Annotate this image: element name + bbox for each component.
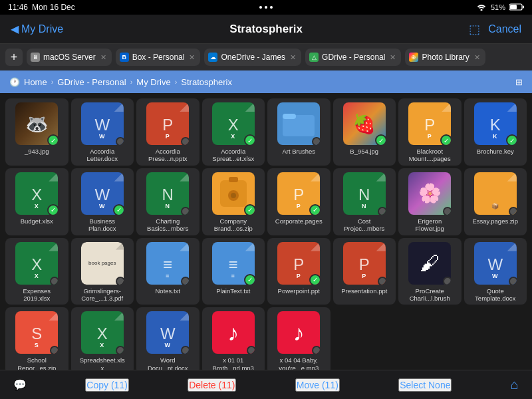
file-name: Expenses 2019.xlsx — [13, 287, 61, 303]
file-item[interactable]: N N Cost Projec...mbers — [333, 168, 396, 235]
tab-box[interactable]: B Box - Personal ✕ — [116, 49, 201, 66]
file-name: _943.jpg — [25, 148, 49, 155]
file-name: Powerpoint.ppt — [278, 287, 320, 295]
file-item[interactable]: W W Quote Template.docx — [464, 238, 527, 305]
dot-badge — [181, 277, 189, 285]
file-thumb — [277, 102, 320, 145]
select-none-button[interactable]: Select None — [398, 378, 452, 392]
dot-badge — [116, 346, 124, 354]
status-dots — [259, 6, 273, 9]
file-item[interactable]: 🌸Erigeron Flower.jpg — [398, 168, 462, 235]
grid-view-icon[interactable]: ⊞ — [515, 77, 523, 87]
file-item[interactable]: ≡ ≡ ✓PlainText.txt — [202, 238, 265, 305]
breadcrumb-stratospherix[interactable]: Stratospherix — [181, 77, 232, 87]
file-item[interactable]: Art Brushes — [267, 98, 331, 166]
header-actions: ⬚ Cancel — [469, 22, 521, 37]
dot-badge — [312, 346, 320, 354]
page-title: Stratospherix — [229, 23, 303, 36]
file-item[interactable]: P P Presentation.ppt — [333, 238, 396, 305]
file-name: Quote Template.docx — [471, 287, 519, 303]
file-thumb: ≡ ≡ — [146, 242, 189, 285]
check-badge: ✓ — [244, 204, 255, 215]
breadcrumb-mydrive[interactable]: My Drive — [136, 77, 170, 87]
box-tab-icon: B — [120, 53, 129, 62]
copy-button[interactable]: Copy (11) — [85, 378, 128, 392]
file-item[interactable]: S S School Repor...es.zip — [5, 307, 68, 370]
home-icon[interactable]: ⌂ — [511, 377, 519, 392]
file-thumb: book pages — [81, 242, 124, 285]
tab-onedrive[interactable]: ☁ OneDrive - James ✕ — [204, 49, 301, 66]
file-item[interactable]: W W ✓Business Plan.docx — [71, 168, 134, 235]
svg-rect-4 — [283, 114, 296, 119]
delete-button[interactable]: Delete (11) — [188, 378, 236, 392]
file-thumb: X X — [81, 311, 124, 354]
file-item[interactable]: K K ✓Brochure.key — [464, 98, 527, 166]
file-item[interactable]: X X Expenses 2019.xlsx — [5, 238, 68, 305]
file-item[interactable]: N N Charting Basics...mbers — [136, 168, 200, 235]
file-name: Business Plan.docx — [78, 217, 126, 233]
breadcrumb-gdrive[interactable]: GDrive - Personal — [57, 77, 126, 87]
tab-photo-close[interactable]: ✕ — [474, 53, 480, 62]
file-item[interactable]: 🍓✓B_954.jpg — [333, 98, 396, 166]
tab-box-close[interactable]: ✕ — [189, 53, 195, 62]
file-thumb: P P ✓ — [277, 242, 320, 285]
file-item[interactable]: 🦝✓_943.jpg — [5, 98, 68, 166]
tab-photo[interactable]: ⊕ Photo Library ✕ — [405, 49, 485, 66]
back-label: My Drive — [21, 23, 63, 35]
file-name: Word Docu...nt.docx — [144, 356, 192, 370]
tab-onedrive-close[interactable]: ✕ — [290, 53, 296, 62]
chat-icon[interactable]: 💬 — [13, 378, 27, 391]
file-item[interactable]: book pages Grimslingers-Core_...1.3.pdf — [71, 238, 134, 305]
file-name: ProCreate Charli...l.brush — [406, 287, 454, 303]
square-icon[interactable]: ⬚ — [469, 22, 480, 37]
file-name: Presentation.ppt — [341, 287, 387, 295]
move-button[interactable]: Move (11) — [295, 378, 340, 392]
tab-macos[interactable]: 🖥 macOS Server ✕ — [27, 49, 112, 66]
file-item[interactable]: W W Accordia Letter.docx — [71, 98, 134, 166]
file-item[interactable]: 📦 Essay.pages.zip — [464, 168, 527, 235]
file-name: Brochure.key — [477, 148, 514, 155]
file-name: Notes.txt — [156, 287, 181, 295]
file-name: PlainText.txt — [216, 287, 250, 295]
bottom-toolbar: 💬 Copy (11) Delete (11) Move (11) Select… — [0, 370, 532, 399]
file-item[interactable]: X X ✓Accordia Spreat...et.xlsx — [202, 98, 265, 166]
dot-badge — [312, 137, 320, 145]
check-badge: ✓ — [440, 134, 451, 145]
file-thumb: X X — [15, 242, 58, 285]
file-thumb: 🌸 — [408, 172, 451, 215]
file-item[interactable]: 🖌ProCreate Charli...l.brush — [398, 238, 462, 305]
file-item[interactable]: ✓Company Brand...os.zip — [202, 168, 265, 235]
breadcrumb-home[interactable]: Home — [24, 77, 47, 87]
file-item[interactable]: P P ✓Powerpoint.ppt — [267, 238, 331, 305]
photo-tab-icon: ⊕ — [409, 53, 418, 62]
tab-gdrive-label: GDrive - Personal — [322, 53, 385, 62]
file-thumb: ♪ — [212, 311, 255, 354]
file-item[interactable]: ♪x 01 01 Broth...nd.mp3 — [202, 307, 265, 370]
file-name: Grimslingers-Core_...1.3.pdf — [78, 287, 126, 303]
back-button[interactable]: ◀ My Drive — [11, 23, 63, 35]
tab-gdrive[interactable]: △ GDrive - Personal ✕ — [305, 49, 401, 66]
dot-badge — [443, 277, 451, 285]
file-item[interactable]: X X ✓Budget.xlsx — [5, 168, 68, 235]
file-name: x 04 04 Baby, you're...e.mp3 — [275, 356, 323, 370]
file-item[interactable]: W W Word Docu...nt.docx — [136, 307, 200, 370]
battery-icon — [509, 3, 524, 12]
dot-badge — [116, 137, 124, 145]
file-name: Budget.xlsx — [21, 217, 53, 225]
tab-gdrive-close[interactable]: ✕ — [390, 53, 396, 62]
svg-rect-1 — [523, 5, 524, 8]
file-item[interactable]: ≡ ≡ Notes.txt — [136, 238, 200, 305]
onedrive-tab-icon: ☁ — [208, 53, 217, 62]
add-tab-button[interactable]: + — [5, 49, 23, 66]
file-item[interactable]: ♪x 04 04 Baby, you're...e.mp3 — [267, 307, 331, 370]
file-item[interactable]: P P ✓Blackroot Mount....pages — [398, 98, 462, 166]
cancel-button[interactable]: Cancel — [488, 23, 521, 35]
tab-macos-close[interactable]: ✕ — [100, 53, 106, 62]
file-thumb: 🖌 — [408, 242, 451, 285]
file-item[interactable]: P P Accordia Prese...n.pptx — [136, 98, 200, 166]
file-thumb: 📦 — [474, 172, 517, 215]
file-item[interactable]: P P ✓Corporate.pages — [267, 168, 331, 235]
file-thumb: K K ✓ — [474, 102, 517, 145]
file-item[interactable]: X X Spreadsheet.xlsx — [71, 307, 134, 370]
status-left: 11:46 Mon 16 Dec — [8, 3, 75, 12]
